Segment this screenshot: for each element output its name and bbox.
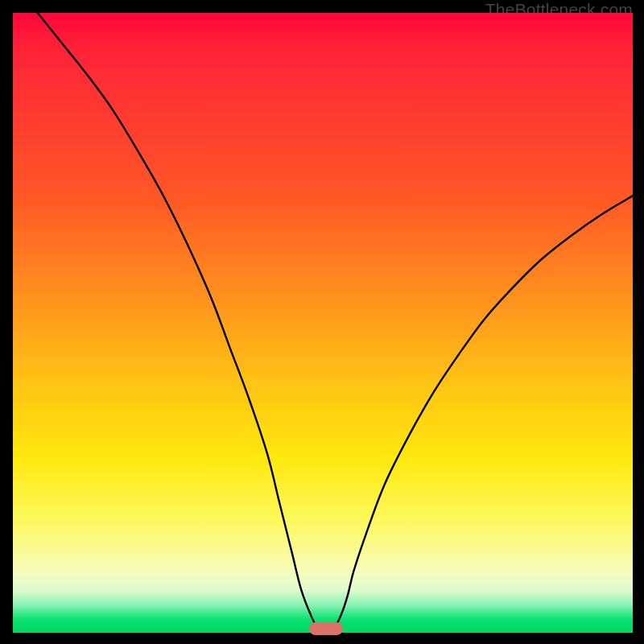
plot-area (13, 13, 633, 633)
bottleneck-curve (13, 13, 633, 633)
chart-container: TheBottleneck.com (0, 0, 644, 644)
optimum-marker (309, 622, 343, 635)
